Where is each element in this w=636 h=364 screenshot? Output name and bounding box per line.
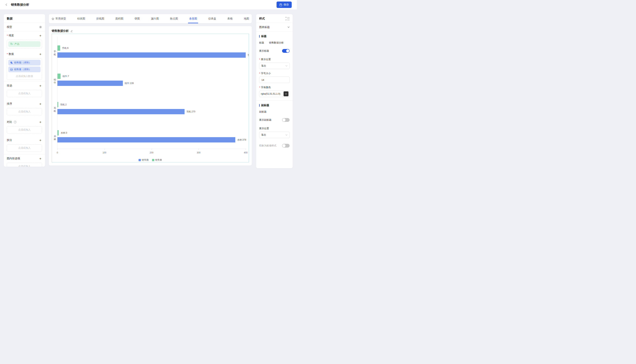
edit-title-icon[interactable] [70, 30, 73, 32]
x-axis-tick-label: 400 [242, 151, 249, 154]
bar-value-label: 纸巾:7 [63, 75, 69, 78]
style-panel-header: 样式 [259, 14, 290, 23]
tab-bar-chart[interactable]: 条形图 [189, 14, 197, 23]
x-axis-tick [246, 149, 246, 150]
tab-common-types[interactable]: 常用类型 [52, 14, 66, 23]
style-section-selector[interactable]: 图表标题 [259, 23, 290, 32]
legend-item-销售额[interactable]: 销售额 [139, 158, 149, 162]
add-split-button[interactable]: ＋ [39, 138, 42, 142]
standard-style-toggle[interactable] [282, 144, 290, 148]
dimension-label: 维度 [9, 34, 14, 37]
y-axis-tick [57, 136, 57, 136]
tab-map[interactable]: 地图 [244, 14, 249, 23]
x-axis-tick-label: 100 [101, 151, 108, 154]
tab-funnel-chart[interactable]: 漏斗图 [151, 14, 159, 23]
back-button[interactable] [4, 2, 9, 7]
tab-column-chart[interactable]: 柱状图 [77, 14, 85, 23]
legend-item-销售量[interactable]: 销售量 [152, 158, 162, 162]
page-title: 销售数据分析 [11, 3, 29, 7]
bar-sales-水杯[interactable] [57, 137, 235, 142]
chart-filters-dropzone[interactable]: 点选或拖入 [7, 163, 42, 167]
add-filter-button[interactable]: ＋ [39, 84, 42, 88]
gear-icon[interactable] [39, 26, 42, 28]
bar-volume-耳机[interactable] [57, 102, 58, 107]
chevron-down-icon [285, 134, 288, 136]
measure-chip-label: 销售量（求和） [14, 68, 31, 71]
subtitle-position-field-label: 展示位置 [259, 127, 290, 130]
compare-placeholder: 点选或拖入 [18, 128, 31, 132]
add-chart-filter-button[interactable]: ＋ [39, 157, 42, 160]
bar-sales-纸巾[interactable] [57, 80, 123, 86]
add-sort-button[interactable]: ＋ [39, 102, 42, 106]
show-title-toggle[interactable] [282, 49, 290, 53]
tab-gauge-chart[interactable]: 仪表盘 [208, 14, 216, 23]
measures-header-row: *数值 ＋ [7, 50, 42, 58]
collapse-sections-icon[interactable] [285, 17, 290, 20]
title-value-row: 标题 销售数据分析 [259, 39, 290, 47]
add-compare-button[interactable]: ＋ [39, 120, 42, 124]
filter-dropzone[interactable]: 点选或拖入 [7, 90, 42, 97]
font-color-picker[interactable] [283, 91, 289, 97]
split-placeholder: 点选或拖入 [18, 146, 31, 150]
compare-dropzone[interactable]: 点选或拖入 [7, 126, 42, 134]
legend-swatch [139, 159, 141, 161]
measures-placeholder: 点选或拖入数值 [8, 74, 41, 78]
sort-dropzone[interactable]: 点选或拖入 [7, 108, 42, 115]
title-value[interactable]: 销售数据分析 [269, 41, 284, 44]
subtitle-label: 副标题 [259, 110, 267, 114]
subtitle-value-row: 副标题 [259, 108, 290, 116]
tab-area-chart[interactable]: 面积图 [116, 14, 123, 23]
help-icon[interactable]: ? [14, 121, 17, 123]
show-title-label: 展示标题 [259, 49, 269, 52]
title-position-select[interactable]: 靠左 [259, 62, 290, 69]
show-title-row: 展示标题 [259, 47, 290, 55]
split-dropzone[interactable]: 点选或拖入 [7, 144, 42, 152]
color-swatch [284, 92, 288, 96]
measure-chip-sales-amount[interactable]: 销售额（求和） [8, 60, 41, 66]
measure-chip-sales-volume[interactable]: 123 销售量（求和） [8, 66, 41, 72]
x-axis-tick [199, 149, 199, 150]
tab-table[interactable]: 表格 [227, 14, 233, 23]
chevron-down-icon [285, 65, 288, 66]
font-size-input[interactable] [259, 76, 290, 83]
tab-pie-chart[interactable]: 饼图 [135, 14, 140, 23]
bar-volume-水杯[interactable] [57, 130, 59, 136]
dimension-chip-product[interactable]: TT 产品 [8, 41, 41, 47]
filter-label: 筛选 [7, 84, 12, 88]
category-label: 耳机 [52, 106, 56, 112]
model-row: 模型 [7, 23, 42, 31]
bar-sales-耳机[interactable] [57, 109, 185, 114]
split-header-row: 拆分 ＋ [7, 136, 42, 144]
divider [256, 100, 293, 101]
bar-value-label: 耳机:270 [186, 110, 195, 113]
font-color-field-label: * 字体颜色 [259, 86, 290, 89]
chart-legend: 销售额销售量 [139, 158, 162, 162]
show-subtitle-toggle[interactable] [282, 118, 290, 122]
bar-value-label: 水杯:3 [61, 131, 67, 134]
tab-scatter-chart[interactable]: 散点图 [170, 14, 178, 23]
bar-volume-手机[interactable] [57, 46, 60, 51]
measures-dropzone[interactable]: 销售额（求和） 123 销售量（求和） 点选或拖入数值 [7, 58, 42, 80]
tab-line-chart[interactable]: 折线图 [96, 14, 104, 23]
add-measure-button[interactable]: ＋ [39, 52, 42, 56]
show-subtitle-row: 展示副标题 [259, 116, 290, 124]
save-icon [279, 4, 282, 6]
section-accent-bar [259, 104, 260, 107]
dimension-dropzone[interactable]: TT 产品 [7, 40, 42, 48]
required-asterisk: * [7, 52, 8, 56]
chart-filters-label: 图内筛选项 [7, 157, 20, 160]
subtitle-position-select[interactable]: 靠左 [259, 132, 290, 138]
star-icon [52, 18, 54, 20]
chart-title: 销售数据分析 [52, 29, 69, 33]
font-color-value[interactable]: rgba(51,51,51,1.0) [259, 91, 283, 97]
required-asterisk: * [7, 34, 8, 37]
bar-volume-纸巾[interactable] [57, 74, 61, 79]
bar-value-label: 手机:6 [62, 46, 69, 50]
x-axis-tick [152, 149, 152, 150]
save-button[interactable]: 保存 [277, 2, 292, 8]
dimension-chip-label: 产品 [15, 42, 19, 46]
add-dimension-button[interactable]: ＋ [39, 34, 42, 37]
chart-plot: 0100200300400手机手机:6手纸巾纸巾:7纸巾:139耳机耳机:2耳机… [52, 34, 249, 162]
bar-sales-手机[interactable] [57, 52, 246, 58]
section-accent-bar [259, 35, 260, 38]
